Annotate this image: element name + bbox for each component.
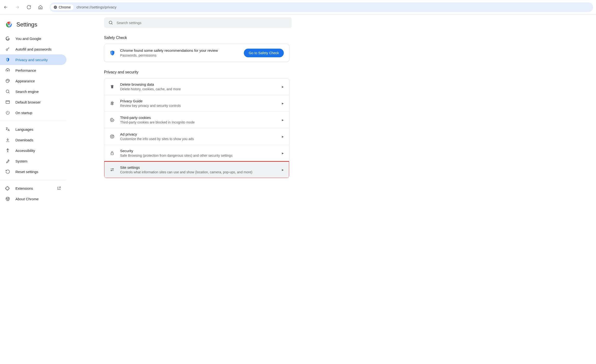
- google-icon: [5, 36, 10, 41]
- privacy-row-security[interactable]: SecuritySafe Browsing (protection from d…: [104, 145, 289, 162]
- speed-icon: [5, 68, 10, 73]
- svg-point-22: [113, 169, 113, 169]
- search-icon: [5, 89, 10, 94]
- svg-point-10: [6, 90, 9, 93]
- power-icon: [5, 110, 10, 115]
- go-to-safety-check-button[interactable]: Go to Safety Check: [244, 49, 284, 57]
- palette-icon: [5, 78, 10, 83]
- sidebar-item-label: Languages: [15, 127, 33, 131]
- sidebar-item-extensions[interactable]: Extensions: [0, 183, 67, 193]
- lock-icon: [110, 150, 115, 156]
- row-title: Ad privacy: [120, 132, 194, 136]
- safety-check-card: Chrome found some safety recommendations…: [104, 44, 289, 62]
- row-subtitle: Customize the info used by sites to show…: [120, 137, 194, 141]
- sidebar-item-default-browser[interactable]: Default browser: [0, 97, 67, 107]
- svg-point-18: [112, 121, 112, 121]
- back-button[interactable]: [3, 4, 9, 10]
- accessibility-icon: [5, 148, 10, 153]
- sidebar-item-label: On startup: [15, 111, 32, 115]
- row-title: Security: [120, 149, 232, 153]
- lang-icon: [5, 127, 10, 132]
- sidebar-item-you-and-google[interactable]: You and Google: [0, 33, 67, 44]
- wrench-icon: [5, 159, 10, 163]
- chevron-right-icon: ▶: [282, 152, 284, 155]
- settings-search[interactable]: [104, 17, 292, 28]
- omnibox[interactable]: Chrome chrome://settings/privacy: [50, 2, 593, 12]
- key-icon: [5, 47, 10, 52]
- nav-divider: [0, 180, 67, 180]
- home-button[interactable]: [37, 4, 43, 10]
- sidebar-item-label: System: [15, 159, 27, 163]
- signpost-icon: [110, 101, 115, 106]
- settings-main: Safety Check Chrome found some safety re…: [70, 15, 596, 364]
- sidebar-item-about-chrome[interactable]: About Chrome: [0, 193, 67, 204]
- sidebar-item-reset-settings[interactable]: Reset settings: [0, 166, 67, 177]
- svg-point-8: [7, 80, 8, 80]
- sidebar-item-label: Accessibility: [15, 149, 35, 153]
- sidebar-item-downloads[interactable]: Downloads: [0, 134, 67, 145]
- privacy-row-privacy-guide[interactable]: Privacy GuideReview key privacy and secu…: [104, 95, 289, 112]
- sidebar-item-label: You and Google: [15, 37, 41, 41]
- sidebar-item-languages[interactable]: Languages: [0, 124, 67, 134]
- section-safety-check-title: Safety Check: [104, 36, 596, 40]
- shield-icon: [5, 57, 10, 62]
- sidebar-item-performance[interactable]: Performance: [0, 65, 67, 76]
- browser-icon: [5, 100, 10, 104]
- reload-button[interactable]: [26, 4, 32, 10]
- svg-point-23: [111, 170, 112, 171]
- svg-point-2: [55, 7, 56, 7]
- svg-rect-11: [6, 101, 10, 104]
- svg-point-13: [6, 197, 10, 201]
- row-title: Third-party cookies: [120, 116, 195, 120]
- row-subtitle: Delete history, cookies, cache, and more: [120, 87, 181, 91]
- sidebar-item-search-engine[interactable]: Search engine: [0, 86, 67, 97]
- site-chip: Chrome: [51, 4, 74, 10]
- privacy-list: Delete browsing dataDelete history, cook…: [104, 78, 289, 178]
- chrome-icon: [5, 196, 10, 201]
- svg-point-9: [8, 80, 9, 81]
- sidebar-item-label: Extensions: [15, 186, 33, 190]
- trash-icon: [110, 84, 115, 89]
- sidebar-item-accessibility[interactable]: Accessibility: [0, 145, 67, 156]
- sidebar-item-label: Default browser: [15, 100, 41, 104]
- row-subtitle: Controls what information sites can use …: [120, 170, 252, 174]
- sidebar-item-label: Search engine: [15, 89, 39, 94]
- svg-rect-21: [111, 153, 114, 155]
- sliders-icon: [110, 167, 115, 172]
- nav-divider: [0, 121, 67, 121]
- sidebar-item-label: Performance: [15, 68, 36, 73]
- chevron-right-icon: ▶: [282, 85, 284, 88]
- settings-sidebar: Settings You and GoogleAutofill and pass…: [0, 15, 70, 364]
- settings-search-input[interactable]: [117, 21, 287, 25]
- privacy-row-site-settings[interactable]: Site settingsControls what information s…: [104, 162, 289, 178]
- sidebar-item-label: Privacy and security: [15, 58, 48, 62]
- privacy-row-delete-browsing-data[interactable]: Delete browsing dataDelete history, cook…: [104, 78, 289, 95]
- row-title: Privacy Guide: [120, 99, 181, 103]
- chevron-right-icon: ▶: [282, 169, 284, 171]
- row-title: Delete browsing data: [120, 82, 181, 86]
- sidebar-title: Settings: [16, 21, 37, 28]
- extension-icon: [5, 186, 10, 191]
- sidebar-item-appearance[interactable]: Appearance: [0, 76, 67, 86]
- svg-point-4: [8, 24, 10, 26]
- sidebar-item-label: About Chrome: [15, 197, 39, 201]
- sidebar-item-label: Autofill and passwords: [15, 47, 52, 51]
- row-subtitle: Third-party cookies are blocked in Incog…: [120, 120, 195, 124]
- sidebar-item-on-startup[interactable]: On startup: [0, 107, 67, 118]
- sidebar-item-system[interactable]: System: [0, 156, 67, 166]
- chevron-right-icon: ▶: [282, 102, 284, 105]
- safety-check-subtitle: Passwords, permissions: [120, 53, 239, 57]
- row-subtitle: Safe Browsing (protection from dangerous…: [120, 154, 232, 157]
- privacy-row-third-party-cookies[interactable]: Third-party cookiesThird-party cookies a…: [104, 112, 289, 128]
- forward-button[interactable]: [15, 4, 20, 10]
- site-chip-label: Chrome: [59, 5, 71, 9]
- privacy-row-ad-privacy[interactable]: Ad privacyCustomize the info used by sit…: [104, 128, 289, 145]
- chrome-logo-icon: [6, 22, 12, 28]
- open-in-new-icon: [57, 186, 61, 190]
- safety-check-message: Chrome found some safety recommendations…: [120, 48, 239, 52]
- shield-icon: [110, 50, 115, 56]
- chevron-right-icon: ▶: [282, 135, 284, 138]
- sidebar-item-privacy-and-security[interactable]: Privacy and security: [0, 54, 67, 65]
- sidebar-item-autofill-and-passwords[interactable]: Autofill and passwords: [0, 44, 67, 54]
- svg-point-7: [7, 80, 7, 81]
